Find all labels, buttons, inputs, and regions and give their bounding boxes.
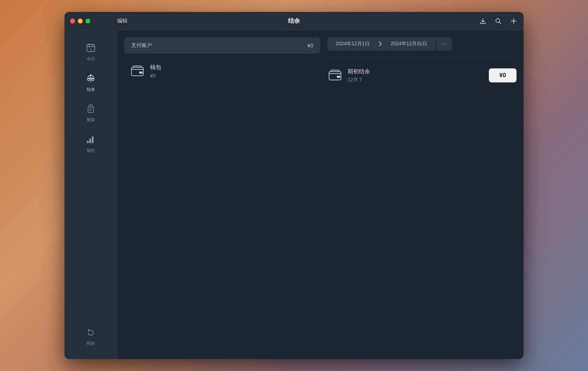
balance-amount-button[interactable]: ¥0	[489, 68, 517, 82]
svg-rect-9	[92, 136, 94, 143]
balance-item-date: 12月 7	[348, 77, 370, 83]
account-item-info: 钱包 ¥0	[150, 64, 161, 79]
balance-item-left: 期初结余 12月 7	[327, 68, 370, 83]
sidebar: 7 今日 结余	[64, 30, 117, 359]
account-item-wallet[interactable]: 钱包 ¥0	[124, 59, 320, 83]
svg-point-4	[92, 79, 94, 81]
svg-point-0	[496, 19, 500, 22]
date-range-bar: 2024年12月1日 2024年12月31日 ···	[327, 37, 517, 50]
date-end-button[interactable]: 2024年12月31日	[382, 37, 436, 50]
window-title: 结余	[288, 17, 300, 25]
svg-point-3	[88, 79, 90, 81]
titlebar-actions	[479, 17, 518, 25]
svg-rect-13	[337, 76, 340, 78]
close-button[interactable]	[70, 19, 75, 23]
titlebar: 编辑 结余	[64, 12, 524, 30]
main-content: 7 今日 结余	[64, 30, 524, 359]
account-item-name: 钱包	[150, 64, 161, 71]
svg-rect-6	[88, 107, 94, 113]
balance-icon	[86, 73, 96, 85]
maximize-button[interactable]	[86, 19, 90, 23]
svg-rect-11	[139, 72, 143, 74]
date-start-button[interactable]: 2024年12月1日	[327, 37, 378, 50]
svg-rect-5	[89, 105, 93, 107]
budget-label: 预算	[87, 117, 95, 123]
traffic-lights	[70, 19, 90, 23]
balance-label: 结余	[87, 87, 95, 93]
left-panel: 支付账户 ¥0 钱包 ¥0	[124, 37, 320, 352]
sync-icon	[86, 327, 96, 338]
edit-button[interactable]: 编辑	[117, 18, 128, 24]
minimize-button[interactable]	[78, 19, 83, 23]
report-icon	[86, 134, 96, 146]
sidebar-item-budget[interactable]: 预算	[68, 99, 113, 128]
balance-item[interactable]: 期初结余 12月 7 ¥0	[327, 65, 517, 86]
today-icon: 7	[86, 43, 96, 54]
divider	[327, 58, 517, 58]
sidebar-item-today[interactable]: 7 今日	[68, 38, 113, 67]
sync-label: 同步	[87, 340, 95, 346]
date-arrow-icon	[378, 37, 382, 50]
budget-icon	[86, 104, 96, 115]
search-icon[interactable]	[494, 17, 502, 25]
balance-wallet-icon	[327, 68, 343, 83]
today-label: 今日	[87, 56, 95, 62]
account-header: 支付账户 ¥0	[124, 37, 320, 54]
account-header-amount: ¥0	[307, 42, 313, 48]
date-more-button[interactable]: ···	[436, 37, 452, 50]
report-label: 报告	[87, 148, 95, 154]
sidebar-item-balance[interactable]: 结余	[68, 68, 113, 97]
wallet-icon	[130, 63, 145, 79]
balance-item-name: 期初结余	[348, 68, 370, 75]
svg-rect-8	[89, 139, 91, 143]
app-window: 编辑 结余	[64, 12, 524, 359]
add-icon[interactable]	[510, 17, 518, 25]
sidebar-item-sync[interactable]: 同步	[68, 322, 113, 351]
account-header-label: 支付账户	[131, 42, 152, 49]
download-icon[interactable]	[479, 17, 487, 25]
svg-rect-7	[87, 141, 89, 143]
svg-text:7: 7	[90, 48, 91, 52]
sidebar-item-report[interactable]: 报告	[68, 129, 113, 158]
account-item-amount: ¥0	[150, 73, 161, 79]
right-panel: 2024年12月1日 2024年12月31日 ···	[327, 37, 517, 352]
balance-item-info: 期初结余 12月 7	[348, 68, 370, 83]
content-area: 支付账户 ¥0 钱包 ¥0	[117, 30, 524, 359]
